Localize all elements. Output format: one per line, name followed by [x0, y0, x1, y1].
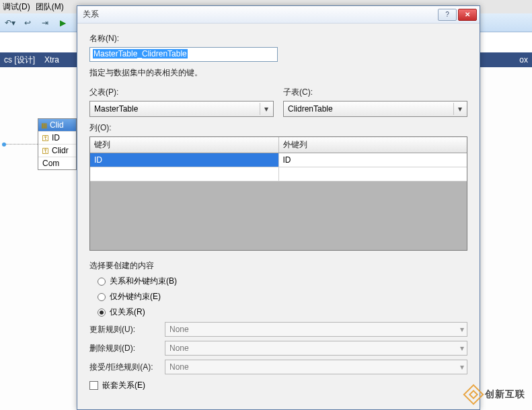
- accept-rule-combo[interactable]: None ▾: [165, 360, 467, 374]
- delete-rule-label: 删除规则(D):: [89, 343, 158, 354]
- parent-table-value: MasterTable: [94, 104, 138, 114]
- update-rule-combo[interactable]: None ▾: [165, 322, 467, 337]
- table-widget[interactable]: ▦ Clid ⚿ID ⚿Clidr Com: [38, 118, 77, 170]
- nested-label: 嵌套关系(E): [102, 380, 145, 391]
- dialog-titlebar[interactable]: 关系 ? ✕: [77, 6, 480, 24]
- name-value: MasterTable_ClidrenTable: [93, 49, 188, 58]
- checkbox-icon: [89, 381, 98, 390]
- accept-rule-value: None: [169, 362, 189, 372]
- grid-row-empty[interactable]: ..: [90, 167, 467, 181]
- table-col-label: ID: [52, 133, 60, 142]
- chevron-down-icon: ▾: [260, 103, 272, 115]
- table-icon: ▦: [41, 122, 47, 129]
- radio-icon: [98, 293, 106, 301]
- table-row[interactable]: Com: [38, 157, 76, 169]
- undo-dropdown-icon[interactable]: ↶▾: [3, 15, 17, 30]
- tab-design[interactable]: cs [设计]: [4, 54, 35, 66]
- parent-table-combo[interactable]: MasterTable ▾: [89, 101, 274, 117]
- grid-row[interactable]: ID ID: [90, 153, 467, 167]
- key-icon: ⚿: [42, 147, 49, 155]
- radio-rel-only[interactable]: 仅关系(R): [98, 306, 467, 318]
- relation-connector: [4, 144, 38, 145]
- chevron-down-icon: ▾: [460, 325, 464, 334]
- dialog-title: 关系: [83, 9, 99, 20]
- create-section-label: 选择要创建的内容: [89, 260, 467, 272]
- delete-rule-combo[interactable]: None ▾: [165, 341, 467, 356]
- menu-team[interactable]: 团队(M): [36, 1, 64, 13]
- accept-rule-label: 接受/拒绝规则(A):: [89, 362, 158, 373]
- update-rule-value: None: [169, 325, 189, 334]
- play-icon[interactable]: ▶: [55, 15, 70, 30]
- child-table-combo[interactable]: ClidrenTable ▾: [283, 101, 467, 117]
- delete-rule-value: None: [169, 343, 189, 353]
- key-icon: ⚿: [42, 134, 49, 142]
- chevron-down-icon: ▾: [453, 103, 465, 115]
- radio-label: 仅关系(R): [110, 306, 145, 318]
- grid-header-key: 键列: [90, 137, 279, 153]
- menu-debug[interactable]: 调试(D): [3, 1, 30, 13]
- table-title: Clid: [50, 120, 64, 130]
- parent-label: 父表(P):: [89, 87, 274, 98]
- grid-header-fkey: 外键列: [279, 137, 467, 153]
- nested-checkbox-row[interactable]: 嵌套关系(E): [89, 380, 467, 391]
- table-row[interactable]: ⚿Clidr: [38, 144, 76, 157]
- key-cell[interactable]: ID: [90, 153, 279, 167]
- tab-right: ox: [519, 55, 528, 65]
- hint-text: 指定与数据集中的表相关的键。: [89, 67, 467, 79]
- back-icon[interactable]: ↩: [20, 15, 35, 30]
- radio-icon: [98, 278, 106, 286]
- table-widget-header[interactable]: ▦ Clid: [38, 119, 76, 131]
- grid-header: 键列 外键列: [90, 137, 467, 153]
- radio-icon: [98, 309, 106, 317]
- columns-label: 列(O):: [89, 122, 467, 134]
- radio-label: 仅外键约束(E): [110, 291, 161, 302]
- watermark-logo-icon: [463, 384, 484, 405]
- chevron-down-icon: ▾: [460, 362, 464, 372]
- table-row[interactable]: ⚿ID: [38, 131, 76, 144]
- name-label: 名称(N):: [89, 33, 467, 44]
- update-rule-label: 更新规则(U):: [89, 324, 158, 335]
- relationship-dialog: 关系 ? ✕ 名称(N): MasterTable_ClidrenTable 指…: [77, 5, 480, 410]
- help-button[interactable]: ?: [438, 9, 457, 21]
- radio-both[interactable]: 关系和外键约束(B): [98, 276, 467, 287]
- name-input[interactable]: MasterTable_ClidrenTable: [89, 47, 278, 62]
- fkey-cell[interactable]: ID: [279, 153, 467, 167]
- radio-label: 关系和外键约束(B): [110, 276, 177, 287]
- chevron-down-icon: ▾: [460, 343, 464, 353]
- table-col-label: Clidr: [52, 146, 69, 155]
- step-icon[interactable]: ⇥: [38, 15, 52, 30]
- watermark: 创新互联: [466, 387, 525, 402]
- columns-grid[interactable]: 键列 外键列 ID ID ..: [89, 136, 467, 251]
- watermark-text: 创新互联: [485, 388, 525, 401]
- close-button[interactable]: ✕: [458, 9, 477, 21]
- radio-fk-only[interactable]: 仅外键约束(E): [98, 291, 467, 302]
- child-label: 子表(C):: [283, 87, 467, 98]
- child-table-value: ClidrenTable: [288, 104, 333, 114]
- tab-xtra[interactable]: Xtra: [44, 55, 59, 65]
- table-col-label: Com: [42, 159, 59, 168]
